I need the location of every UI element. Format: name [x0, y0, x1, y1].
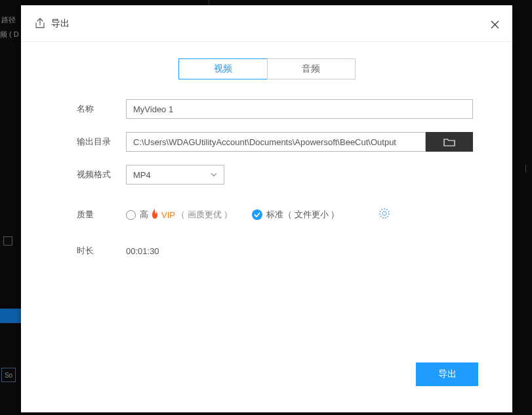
bg-text: 频 ( D	[0, 30, 19, 39]
name-row: 名称	[77, 99, 473, 119]
export-button[interactable]: 导出	[416, 362, 478, 386]
chevron-down-icon	[211, 173, 217, 177]
timeline-row	[3, 236, 20, 248]
format-select[interactable]: MP4	[126, 165, 224, 185]
fire-icon	[150, 208, 160, 222]
vip-badge: VIP	[161, 210, 175, 220]
outdir-display: C:\Users\WDAGUtilityAccount\Documents\Ap…	[126, 132, 426, 152]
svg-point-0	[382, 211, 386, 215]
duration-label: 时长	[77, 245, 126, 257]
outdir-label: 输出目录	[77, 136, 126, 148]
quality-high-radio[interactable]: 高 VIP （ 画质更优 ）	[126, 208, 232, 222]
name-input[interactable]	[126, 99, 473, 119]
duration-row: 时长 00:01:30	[77, 245, 473, 257]
name-label: 名称	[77, 103, 126, 115]
folder-icon	[443, 137, 456, 147]
close-button[interactable]	[487, 17, 502, 32]
format-value: MP4	[133, 170, 151, 180]
browse-button[interactable]	[426, 132, 473, 152]
close-icon	[490, 20, 500, 30]
quality-radio-group: 高 VIP （ 画质更优 ） 标准（ 文件更小 ）	[126, 207, 390, 222]
form: 名称 输出目录 C:\Users\WDAGUtilityAccount\Docu…	[21, 99, 512, 257]
timeline-clip	[0, 309, 21, 323]
export-dialog: 导出 视频 音频 名称 输出目录 C:\Users\WDAGUtilityAcc…	[21, 5, 512, 412]
settings-button[interactable]	[379, 207, 390, 222]
duration-value: 00:01:30	[126, 246, 159, 256]
export-icon	[34, 18, 46, 30]
quality-high-note: （ 画质更优 ）	[176, 209, 232, 221]
dialog-header: 导出	[21, 5, 512, 41]
format-row: 视频格式 MP4	[77, 165, 473, 185]
radio-checked-icon	[252, 209, 262, 220]
radio-unchecked-icon	[126, 210, 136, 220]
bg-text: 路径	[1, 15, 16, 25]
timeline-so: So	[1, 368, 16, 382]
tab-group: 视频 音频	[21, 42, 512, 99]
gear-icon	[379, 207, 390, 219]
timeline-panel: So	[0, 227, 20, 415]
quality-standard-radio[interactable]: 标准（ 文件更小 ）	[252, 209, 339, 221]
svg-point-1	[380, 209, 389, 218]
tab-audio[interactable]: 音频	[267, 58, 356, 79]
outdir-wrap: C:\Users\WDAGUtilityAccount\Documents\Ap…	[126, 132, 473, 152]
quality-row: 质量 高 VIP （ 画质更优 ） 标准（ 文件更小 ）	[77, 207, 473, 222]
tab-video[interactable]: 视频	[178, 58, 267, 79]
quality-standard-text: 标准（ 文件更小 ）	[266, 209, 339, 221]
format-label: 视频格式	[77, 169, 126, 181]
quality-label: 质量	[77, 209, 126, 221]
outdir-row: 输出目录 C:\Users\WDAGUtilityAccount\Documen…	[77, 132, 473, 152]
dialog-title: 导出	[51, 18, 70, 30]
bg-mark: ⎸	[525, 164, 532, 173]
quality-high-text: 高	[140, 209, 148, 221]
